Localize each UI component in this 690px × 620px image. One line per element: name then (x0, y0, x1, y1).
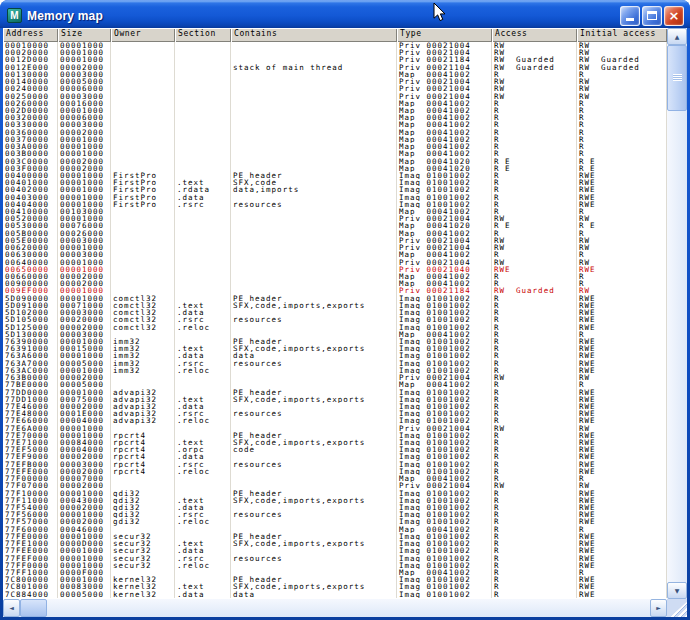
table-row[interactable]: 0012E00000002000stack of main threadPriv… (3, 64, 667, 71)
table-row[interactable]: 763A700000005000imm32.rsrcresourcesImag … (3, 360, 667, 367)
table-row[interactable]: 0012D00000001000Priv 00021184RW GuardedR… (3, 56, 667, 63)
table-row[interactable]: 002D000000001000Map 00041002RR (3, 107, 667, 114)
scroll-up-icon[interactable]: ▲ (667, 28, 687, 45)
column-header-address[interactable]: Address (3, 28, 58, 42)
close-button[interactable]: × (664, 6, 684, 26)
table-row[interactable]: 0041000000103000Map 00041002RR (3, 208, 667, 215)
table-row[interactable]: 0040200000001000FirstPro.rdatadata,impor… (3, 186, 667, 193)
table-row[interactable]: 7639000000001000imm32PE headerImag 01001… (3, 338, 667, 345)
horizontal-scrollbar[interactable]: ◄ ► (3, 599, 667, 617)
table-row[interactable]: 7C88400000005000kernel32.datadataImag 01… (3, 591, 667, 598)
table-row[interactable]: 003B000000001000Map 00041002RR (3, 150, 667, 157)
table-row[interactable]: 5D10200000003000comctl32.dataImag 010010… (3, 309, 667, 316)
table-row[interactable]: 0040000000001000FirstProPE headerImag 01… (3, 172, 667, 179)
column-header-size[interactable]: Size (58, 28, 111, 42)
table-row[interactable]: 77FF10000000F000Map 00041002RR (3, 569, 667, 576)
table-row[interactable]: 77F1000000001000gdi32PE headerImag 01001… (3, 490, 667, 497)
column-header-section[interactable]: Section (175, 28, 231, 42)
scroll-down-icon[interactable]: ▼ (667, 582, 687, 599)
table-row[interactable]: 77F5600000001000gdi32.rsrcresourcesImag … (3, 511, 667, 518)
table-row[interactable]: 763B000000002000Priv 00021004RWRW (3, 374, 667, 381)
table-row[interactable]: 0002000000001000Priv 00021004RWRW (3, 49, 667, 56)
table-row[interactable]: 5D13000000003000Map 00041002RR (3, 331, 667, 338)
table-row[interactable]: 77F5700000002000gdi32.relocImag 01001002… (3, 518, 667, 525)
table-row[interactable]: 0040300000001000FirstPro.dataImag 010010… (3, 194, 667, 201)
table-row[interactable]: 0013000000003000Map 00041002RR (3, 71, 667, 78)
table-row[interactable]: 0053000000076000Map 00041020R ER E (3, 222, 667, 229)
table-row[interactable]: 0040100000001000FirstPro.textSFX,codeIma… (3, 179, 667, 186)
table-row[interactable]: 0037000000001000Map 00041002RR (3, 136, 667, 143)
minimize-button[interactable] (620, 6, 640, 26)
table-row[interactable]: 77FF000000001000secur32.relocImag 010010… (3, 562, 667, 569)
memory-map-window-icon[interactable]: M (7, 8, 22, 23)
table-row[interactable]: 7639100000015000imm32.textSFX,code,impor… (3, 345, 667, 352)
table-row[interactable]: 77F0700000002000Priv 00021004RWRW (3, 482, 667, 489)
table-row[interactable]: 7C80100000083000kernel32.textSFX,code,im… (3, 583, 667, 590)
table-row[interactable]: 77DD100000075000advapi32.textSFX,code,im… (3, 396, 667, 403)
table-row[interactable]: 0052000000001000Priv 00021004RWRW (3, 215, 667, 222)
table-row[interactable]: 77BE000000005000Map 00041002RR (3, 381, 667, 388)
resize-grip[interactable] (667, 599, 687, 617)
cell-access: R (492, 309, 577, 316)
table-row[interactable]: 0036000000002000Map 00041002RR (3, 129, 667, 136)
column-header-type[interactable]: Type (397, 28, 492, 42)
table-row[interactable]: 0062000000001000Priv 00021004RWRW (3, 244, 667, 251)
table-row[interactable]: 77EF900000002000rpcrt4.dataImag 01001002… (3, 453, 667, 460)
table-row[interactable]: 77E6A00000001000Priv 00021004RWRW (3, 425, 667, 432)
table-row[interactable]: 5D09100000071000comctl32.textSFX,code,im… (3, 302, 667, 309)
table-row[interactable]: 763A600000001000imm32.datadataImag 01001… (3, 352, 667, 359)
table-row[interactable]: 77F0000000007000Map 00041002RR (3, 475, 667, 482)
titlebar[interactable]: M Memory map × (0, 0, 690, 28)
column-header-initial[interactable]: Initial access (577, 28, 667, 42)
table-row[interactable]: 0014000000005000Priv 00021004RWRW (3, 78, 667, 85)
table-row[interactable]: 0001000000001000Priv 00021004RWRW (3, 42, 667, 49)
table-row[interactable]: 003A000000001000Map 00041002RR (3, 143, 667, 150)
table-row[interactable]: 0065000000001000Priv 00021040RWERWE (3, 266, 667, 273)
table-row[interactable]: 763AC00000001000imm32.relocImag 01001002… (3, 367, 667, 374)
table-row[interactable]: 0066000000002000Map 00041002RR (3, 273, 667, 280)
horizontal-scroll-thumb[interactable] (20, 599, 47, 617)
table-row[interactable]: 77FEE00000001000secur32.dataImag 0100100… (3, 547, 667, 554)
table-row[interactable]: 77F6000000046000Map 00041002RR (3, 526, 667, 533)
table-row[interactable]: 77EFB00000003000rpcrt4.rsrcresourcesImag… (3, 461, 667, 468)
table-row[interactable]: 7C80000000001000kernel32PE headerImag 01… (3, 576, 667, 583)
maximize-button[interactable] (642, 6, 662, 26)
table-row[interactable]: 0090000000002000Map 00041002RR (3, 280, 667, 287)
column-header-contains[interactable]: Contains (231, 28, 397, 42)
scroll-right-icon[interactable]: ► (650, 599, 667, 617)
table-row[interactable]: 0024000000006000Priv 00021004RWRW (3, 85, 667, 92)
table-row[interactable]: 77FE10000000D000secur32.textSFX,code,imp… (3, 540, 667, 547)
column-header-owner[interactable]: Owner (111, 28, 175, 42)
table-row[interactable]: 0063000000003000Map 00041002RR (3, 251, 667, 258)
column-header-access[interactable]: Access (492, 28, 577, 42)
table-row[interactable]: 5D09000000001000comctl32PE headerImag 01… (3, 295, 667, 302)
table-row[interactable]: 77F1100000043000gdi32.textSFX,code,impor… (3, 497, 667, 504)
table-row[interactable]: 77E4600000002000advapi32.dataImag 010010… (3, 403, 667, 410)
vertical-scroll-thumb[interactable] (667, 45, 687, 111)
table-row[interactable]: 77FEF00000001000secur32.rsrcresourcesIma… (3, 555, 667, 562)
table-row[interactable]: 5D12500000002000comctl32.relocImag 01001… (3, 324, 667, 331)
table-row[interactable]: 0040400000001000FirstPro.rsrcresourcesIm… (3, 201, 667, 208)
table-row[interactable]: 0064000000001000Priv 00021004RWRW (3, 259, 667, 266)
vertical-scrollbar[interactable]: ▲ ▼ (667, 28, 687, 599)
table-row[interactable]: 005B000000026000Map 00041002RR (3, 230, 667, 237)
table-row[interactable]: 77E7100000084000rpcrt4.textSFX,code,impo… (3, 439, 667, 446)
table-row[interactable]: 0026000000016000Map 00041002RR (3, 100, 667, 107)
table-row[interactable]: 77FE000000001000secur32PE headerImag 010… (3, 533, 667, 540)
table-row[interactable]: 77EF500000004000rpcrt4.orpccodeImag 0100… (3, 446, 667, 453)
table-row[interactable]: 0032000000006000Map 00041002RR (3, 114, 667, 121)
table-row[interactable]: 77E7000000001000rpcrt4PE headerImag 0100… (3, 432, 667, 439)
scroll-left-icon[interactable]: ◄ (3, 599, 20, 617)
table-row[interactable]: 77F5400000002000gdi32.dataImag 01001002R… (3, 504, 667, 511)
table-row[interactable]: 0033000000003000Map 00041002RR (3, 121, 667, 128)
table-row[interactable]: 77E480000001E000advapi32.rsrcresourcesIm… (3, 410, 667, 417)
table-row[interactable]: 77DD000000001000advapi32PE headerImag 01… (3, 389, 667, 396)
table-row[interactable]: 77E6600000004000advapi32.relocImag 01001… (3, 417, 667, 424)
table-row[interactable]: 0025000000003000Priv 00021004RWRW (3, 93, 667, 100)
table-row[interactable]: 5D10500000020000comctl32.rsrcresourcesIm… (3, 316, 667, 323)
table-row[interactable]: 009EF00000001000Priv 00021184RW GuardedR… (3, 287, 667, 294)
table-row[interactable]: 003C000000002000Map 00041020R ER E (3, 158, 667, 165)
table-row[interactable]: 005E000000003000Priv 00021004RWRW (3, 237, 667, 244)
table-row[interactable]: 77EFE00000002000rpcrt4.relocImag 0100100… (3, 468, 667, 475)
table-row[interactable]: 003F000000002000Map 00041020R ER E (3, 165, 667, 172)
